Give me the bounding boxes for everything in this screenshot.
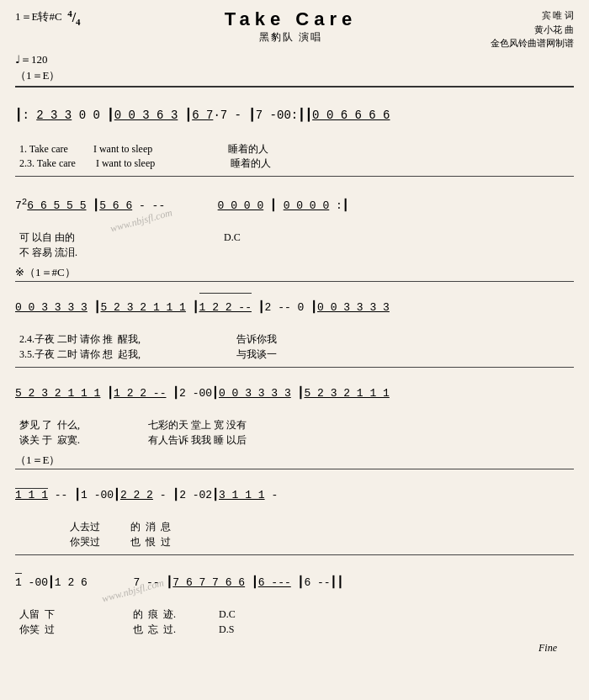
lyric-section-2: 可 以自 由的 D.C 不 容易 流泪. bbox=[15, 231, 574, 260]
lyric-6a: 人留 下 的 痕 迹. D.C bbox=[15, 607, 574, 622]
title-block: Take Care 黑豹队 演唱 bbox=[91, 8, 491, 45]
lyric-1b: 2.3. Take care I want to sleep 睡着的人 bbox=[15, 156, 574, 171]
time-signature: 4/4 bbox=[67, 10, 80, 24]
composer-block: 宾 唯 词 黄小花 曲 金色风铃曲谱网制谱 bbox=[491, 8, 574, 50]
section-label-1: ※（1＝#C） bbox=[15, 265, 574, 280]
key-line: （1＝E） bbox=[15, 68, 574, 83]
composer-label: 宾 唯 词 bbox=[491, 8, 574, 23]
section-6: 1 -00┃1 2 6 7 -- ┃7 6 7 7 6 6 ┃6 --- ┃6 … bbox=[15, 554, 574, 637]
section-3: 0 0 3 3 3 3 ┃5 2 3 2 1 1 1 ┃1 2 2 -- ┃2 … bbox=[15, 281, 574, 362]
section-1: ┃: 2 3 3 0 0 ┃0 0 3 6 3 ┃6 7·7 - ┃7 -00:… bbox=[15, 86, 574, 172]
lyric-4a: 梦见 了 什么, 七彩的天 堂上 宽 没有 bbox=[15, 418, 574, 432]
lyric-4b: 谈关 于 寂寞. 有人告诉 我我 睡 以后 bbox=[15, 433, 574, 448]
lyric-1a: 1. Take care I want to sleep 睡着的人 bbox=[15, 142, 574, 156]
tempo: ♩＝120 bbox=[15, 52, 574, 67]
lyric-2a: 可 以自 由的 D.C bbox=[15, 231, 574, 245]
lyric-5b: 你哭过 也 恨 过 bbox=[15, 535, 574, 549]
song-subtitle: 黑豹队 演唱 bbox=[91, 30, 491, 45]
section-4: 5 2 3 2 1 1 1 ┃1 2 2 -- ┃2 -00┃0 0 3 3 3… bbox=[15, 367, 574, 448]
section-label-2: （1＝E） bbox=[15, 453, 574, 468]
staff-5: 1 1 1 -- ┃1 -00┃2 2 2 - ┃2 -02┃3 1 1 1 - bbox=[15, 469, 574, 521]
key-time-sig: 1＝E转#C 4/4 bbox=[15, 8, 91, 28]
header: 1＝E转#C 4/4 Take Care 黑豹队 演唱 宾 唯 词 黄小花 曲 … bbox=[15, 8, 574, 50]
lyric-section-6: 人留 下 的 痕 迹. D.C 你笑 过 也 忘 过. D.S bbox=[15, 607, 574, 637]
lyric-2b: 不 容易 流泪. bbox=[15, 246, 574, 260]
lyric-3b: 3.5.子夜 二时 请你 想 起我, 与我谈一 bbox=[15, 347, 574, 362]
staff-4: 5 2 3 2 1 1 1 ┃1 2 2 -- ┃2 -00┃0 0 3 3 3… bbox=[15, 367, 574, 419]
song-title: Take Care bbox=[91, 8, 491, 30]
staff-6: 1 -00┃1 2 6 7 -- ┃7 6 7 7 6 6 ┃6 --- ┃6 … bbox=[15, 554, 574, 608]
fine-text: Fine bbox=[539, 642, 557, 654]
fine-label: Fine bbox=[15, 642, 574, 655]
lyric-3a: 2.4.子夜 二时 请你 推 醒我, 告诉你我 bbox=[15, 332, 574, 347]
lyric-section-5: 人去过 的 消 息 你哭过 也 恨 过 bbox=[15, 520, 574, 549]
lyric-section-4: 梦见 了 什么, 七彩的天 堂上 宽 没有 谈关 于 寂寞. 有人告诉 我我 睡… bbox=[15, 418, 574, 448]
staff-3: 0 0 3 3 3 3 ┃5 2 3 2 1 1 1 ┃1 2 2 -- ┃2 … bbox=[15, 281, 574, 333]
section-2: 726 6 5 5 5 ┃5 6 6 - -- 0 0 0 0 ┃ 0 0 0 … bbox=[15, 176, 574, 259]
source: 金色风铃曲谱网制谱 bbox=[491, 36, 574, 50]
lyric-6b: 你笑 过 也 忘 过. D.S bbox=[15, 623, 574, 637]
lyric-section-3: 2.4.子夜 二时 请你 推 醒我, 告诉你我 3.5.子夜 二时 请你 想 起… bbox=[15, 332, 574, 362]
page: 1＝E转#C 4/4 Take Care 黑豹队 演唱 宾 唯 词 黄小花 曲 … bbox=[0, 0, 589, 700]
lyric-5a: 人去过 的 消 息 bbox=[15, 520, 574, 534]
composer: 黄小花 曲 bbox=[491, 23, 574, 37]
key-signature: 1＝E转#C bbox=[15, 10, 62, 23]
staff-2: 726 6 5 5 5 ┃5 6 6 - -- 0 0 0 0 ┃ 0 0 0 … bbox=[15, 176, 574, 231]
section-5: 1 1 1 -- ┃1 -00┃2 2 2 - ┃2 -02┃3 1 1 1 -… bbox=[15, 469, 574, 549]
staff-1: ┃: 2 3 3 0 0 ┃0 0 3 6 3 ┃6 7·7 - ┃7 -00:… bbox=[15, 86, 574, 142]
